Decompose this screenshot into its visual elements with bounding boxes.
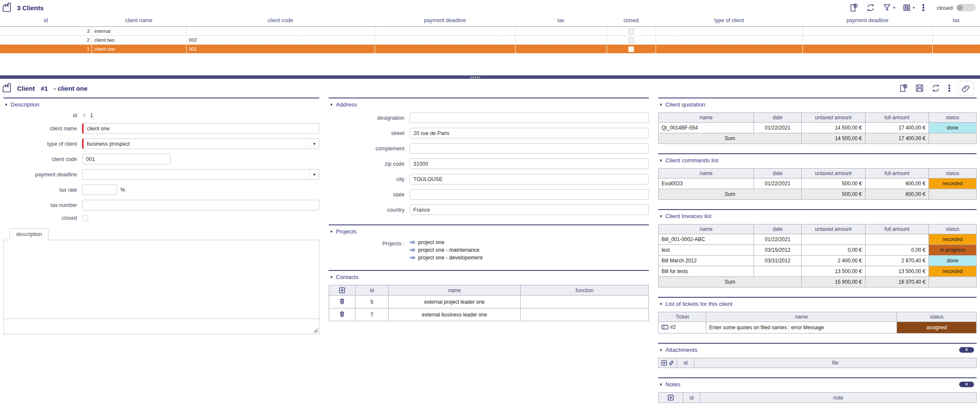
- more-actions-icon[interactable]: [947, 83, 951, 93]
- delete-contact-icon[interactable]: [339, 310, 345, 317]
- closed-checkbox[interactable]: [628, 37, 634, 43]
- client-row-3[interactable]: 3 internal: [0, 27, 980, 36]
- section-attachments[interactable]: ▼ Attachments 0: [658, 343, 977, 358]
- section-client-invoices[interactable]: ▼ Client Invoices list: [658, 209, 977, 224]
- invoice-name: test: [659, 245, 754, 256]
- closed-checkbox[interactable]: [628, 29, 634, 34]
- tab-description[interactable]: description: [9, 228, 49, 240]
- col-header-type-of-client[interactable]: type of client: [656, 15, 802, 27]
- refresh-icon[interactable]: [931, 83, 941, 93]
- closed-checkbox[interactable]: [628, 46, 634, 52]
- add-attachment-button[interactable]: [661, 360, 667, 366]
- more-actions-icon[interactable]: [921, 3, 926, 12]
- new-record-icon[interactable]: [899, 83, 908, 93]
- collapse-caret-icon: ▼: [659, 302, 663, 306]
- zip-code-input[interactable]: [410, 158, 649, 169]
- add-contact-button[interactable]: [339, 287, 345, 293]
- quotation-row[interactable]: Qt_0014BF-554 01/22/2021 14 500,00 € 17 …: [659, 123, 977, 133]
- chevron-down-icon[interactable]: ▼: [309, 170, 319, 179]
- invoice-row[interactable]: Bill March 2012 03/31/2012 2 400,00 € 2 …: [659, 256, 977, 266]
- status-badge: recorded: [928, 234, 976, 245]
- closed-checkbox[interactable]: [82, 215, 88, 221]
- project-link-1[interactable]: project one: [410, 239, 482, 245]
- field-type-of-client: type of client business prospect ▼: [3, 138, 319, 149]
- client-code-input[interactable]: [82, 154, 171, 164]
- client-icon: [2, 82, 13, 95]
- id-value: 1: [90, 112, 93, 118]
- panel-splitter[interactable]: [0, 75, 980, 79]
- status-badge: recorded: [928, 266, 976, 277]
- contacts-table: id name function 5 external project lead…: [329, 285, 649, 321]
- attachments-col-id: id: [677, 358, 694, 368]
- delete-contact-icon[interactable]: [339, 298, 345, 305]
- col-header-tax-2[interactable]: tax: [932, 15, 980, 27]
- section-address[interactable]: ▼ Address: [329, 98, 649, 112]
- project-link-2[interactable]: project one - maintenance: [410, 247, 482, 253]
- contact-function: [521, 308, 649, 321]
- status-badge: done: [928, 123, 976, 133]
- type-of-client-select[interactable]: business prospect ▼: [82, 138, 319, 149]
- designation-input[interactable]: [410, 112, 649, 123]
- command-row[interactable]: Evol0023 01/22/2021 500,00 € 600,00 € re…: [659, 178, 977, 189]
- col-header-client-name[interactable]: client name: [92, 15, 186, 27]
- resize-grip-icon[interactable]: [313, 328, 318, 333]
- section-notes[interactable]: ▼ Notes 0: [658, 377, 977, 392]
- closed-toggle[interactable]: [956, 4, 976, 12]
- chevron-down-icon[interactable]: ▼: [309, 139, 319, 149]
- section-client-quotation[interactable]: ▼ Client quotation: [658, 98, 977, 112]
- col-header-payment-deadline-2[interactable]: payment deadline: [802, 15, 932, 27]
- section-description[interactable]: ▼ Description: [3, 98, 319, 112]
- street-input[interactable]: [410, 128, 649, 138]
- tax-rate-input[interactable]: [82, 184, 117, 195]
- section-title-text: Notes: [665, 381, 680, 388]
- detail-title-number: #1: [41, 85, 48, 92]
- invoice-row[interactable]: Bill for tests 13 500,00 € 13 500,00 € r…: [659, 266, 977, 277]
- columns-icon[interactable]: ▾: [902, 3, 915, 12]
- col-header-payment-deadline[interactable]: payment deadline: [375, 15, 515, 27]
- new-record-icon[interactable]: [849, 3, 859, 13]
- payment-deadline-select[interactable]: ▼: [82, 169, 319, 180]
- ticket-name: Enter some quotes on filed names : error…: [706, 322, 897, 334]
- filter-icon[interactable]: ▾: [883, 3, 895, 12]
- attachment-drop-zone[interactable]: [958, 81, 974, 95]
- sum-untaxed: 15 900,00 €: [802, 277, 865, 288]
- client-row-2[interactable]: 2 client two 002: [0, 36, 980, 45]
- description-textarea[interactable]: [4, 240, 319, 319]
- country-input[interactable]: [410, 204, 649, 215]
- invoice-date: 01/22/2021: [754, 234, 802, 245]
- city-input[interactable]: [410, 174, 649, 184]
- project-link-3[interactable]: project one - developement: [410, 255, 482, 261]
- tax-number-input[interactable]: [82, 200, 319, 210]
- command-date: 01/22/2021: [754, 178, 802, 189]
- client-name-input[interactable]: [82, 123, 319, 134]
- state-input[interactable]: [410, 189, 649, 200]
- add-note-button[interactable]: [668, 394, 674, 401]
- section-client-commands[interactable]: ▼ Client commands list: [658, 153, 977, 168]
- col-header-closed[interactable]: closed: [607, 15, 656, 27]
- contact-row[interactable]: 7 external business leader one: [329, 308, 649, 321]
- section-title-text: Description: [11, 101, 40, 108]
- ticket-id: #2: [670, 324, 676, 330]
- invoice-row[interactable]: test 03/15/2012 0,00 € 0,00 € in progres…: [659, 245, 977, 256]
- contact-name: external business leader one: [389, 308, 521, 321]
- paperclip-icon: [961, 83, 971, 93]
- section-tickets[interactable]: ▼ List of tickets for this client: [658, 297, 977, 312]
- invoice-row[interactable]: Bill_001-0002-ABC 01/22/2021 recorded: [659, 234, 977, 245]
- save-icon[interactable]: [915, 83, 924, 93]
- arrow-right-icon: [410, 247, 416, 253]
- ticket-row[interactable]: #2 Enter some quotes on filed names : er…: [659, 322, 977, 334]
- client-row-1-selected[interactable]: 1 client one 001: [0, 45, 980, 54]
- refresh-icon[interactable]: [865, 3, 876, 13]
- clients-header-row: id client name client code payment deadl…: [0, 15, 980, 27]
- invoice-name: Bill_001-0002-ABC: [659, 234, 754, 245]
- section-projects[interactable]: ▼ Projects: [329, 224, 649, 239]
- notes-section: ▼ Notes 0 id note: [658, 377, 977, 403]
- invoices-sum-row: Sum 15 900,00 € 16 370,40 €: [659, 277, 977, 288]
- link-attachment-icon[interactable]: [668, 360, 674, 366]
- col-header-id[interactable]: id: [0, 15, 92, 27]
- col-header-tax[interactable]: tax: [515, 15, 607, 27]
- complement-input[interactable]: [410, 143, 649, 154]
- col-header-client-code[interactable]: client code: [186, 15, 375, 27]
- contact-row[interactable]: 5 external project leader one: [329, 296, 649, 308]
- section-contacts[interactable]: ▼ Contacts: [329, 270, 649, 285]
